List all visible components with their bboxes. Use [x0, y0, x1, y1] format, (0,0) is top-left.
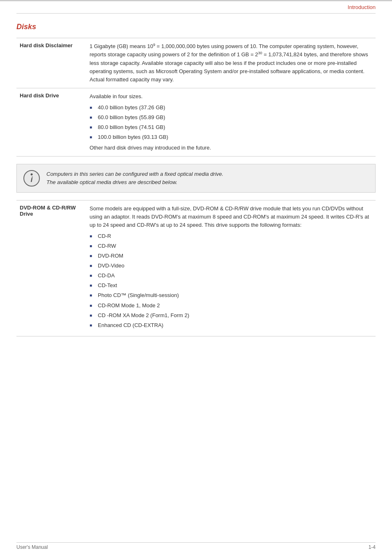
hdd-intro: Available in four sizes. [90, 93, 143, 99]
footer-page-number: 1-4 [369, 544, 376, 550]
row-label-dvd: DVD-ROM & CD-R/RW Drive [16, 200, 86, 336]
list-item: CD-R [90, 231, 372, 241]
section-title: Disks [16, 23, 376, 31]
chapter-title: Introduction [348, 4, 376, 10]
list-item: 100.0 billion bytes (93.13 GB) [90, 132, 372, 142]
row-content-hdd: Available in four sizes. 40.0 billion by… [86, 88, 376, 157]
row-label-hdd: Hard disk Drive [16, 88, 86, 157]
list-item: CD-DA [90, 271, 372, 281]
list-item: CD-Text [90, 281, 372, 290]
footer-rule [16, 542, 376, 543]
list-item: CD-RW [90, 241, 372, 251]
drive-info-table: DVD-ROM & CD-R/RW Drive Some models are … [16, 200, 376, 336]
list-item: CD -ROM XA Mode 2 (Form1, Form 2) [90, 311, 372, 320]
disk-info-table: Hard disk Disclaimer 1 Gigabyte (GB) mea… [16, 38, 376, 157]
table-row: Hard disk Disclaimer 1 Gigabyte (GB) mea… [16, 38, 376, 88]
note-box: i Computers in this series can be config… [16, 164, 376, 193]
list-item: DVD-Video [90, 261, 372, 271]
dvd-intro: Some models are equipped with a full-siz… [90, 205, 369, 228]
table-row: DVD-ROM & CD-R/RW Drive Some models are … [16, 200, 376, 336]
hdd-bullet-list: 40.0 billion bytes (37.26 GB) 60.0 billi… [90, 103, 372, 143]
row-content-dvd: Some models are equipped with a full-siz… [86, 200, 376, 336]
list-item: 40.0 billion bytes (37.26 GB) [90, 103, 372, 113]
list-item: DVD-ROM [90, 251, 372, 261]
row-label-disclaimer: Hard disk Disclaimer [16, 38, 86, 88]
info-icon: i [23, 170, 40, 187]
list-item: Photo CD™ (Single/multi-session) [90, 290, 372, 300]
dvd-bullet-list: CD-R CD-RW DVD-ROM DVD-Video CD-DA CD-Te… [90, 231, 372, 330]
row-content-disclaimer: 1 Gigabyte (GB) means 109 = 1,000,000,00… [86, 38, 376, 88]
header-top-rule [0, 0, 392, 1]
main-content: Disks Hard disk Disclaimer 1 Gigabyte (G… [16, 23, 376, 343]
header-bottom-rule [16, 13, 376, 14]
list-item: 60.0 billion bytes (55.89 GB) [90, 113, 372, 122]
list-item: CD-ROM Mode 1, Mode 2 [90, 301, 372, 311]
table-row: Hard disk Drive Available in four sizes.… [16, 88, 376, 157]
note-text: Computers in this series can be configur… [46, 170, 224, 186]
list-item: 80.0 billion bytes (74.51 GB) [90, 122, 372, 132]
list-item: Enhanced CD (CD-EXTRA) [90, 320, 372, 330]
footer-left-label: User's Manual [16, 544, 48, 550]
hdd-outro: Other hard disk drives may introduced in… [90, 145, 211, 151]
